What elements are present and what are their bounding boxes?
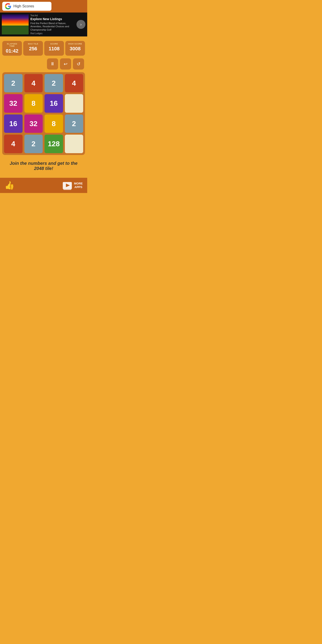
pause-button[interactable]: ⏸ [47,58,58,70]
ad-source: Red Ledges [30,32,75,35]
ad-arrow-button[interactable]: › [76,20,86,29]
tile: 128 [44,134,63,153]
tile: 8 [24,94,43,113]
tile: 16 [4,114,22,133]
game-board: 24243281616328242128 [2,72,85,155]
more-apps-label: MORE APPS [74,182,83,189]
undo-button[interactable]: ↩ [60,58,71,70]
elapsed-time-box: ELAPSED TIME 01:42 [2,41,22,56]
thumbs-up-icon[interactable]: 👍 [4,181,14,190]
svg-rect-2 [63,189,71,190]
tile: 32 [24,114,43,133]
tile: 4 [65,74,84,92]
tile: 4 [4,134,22,153]
high-score-value: 3008 [68,46,83,52]
score-box: SCORE 1108 [44,41,64,56]
controls-row: ⏸ ↩ ↺ [2,58,85,70]
tile: 2 [65,114,84,133]
header: High Scores [0,0,87,12]
high-score-label: HIGH SCORE [68,43,83,45]
ad-content: Test Ad Explore New Listings Find the Pe… [30,14,75,35]
header-title: High Scores [14,4,34,8]
tile: 4 [24,74,43,92]
tile [65,94,84,113]
elapsed-time-label: ELAPSED TIME [4,43,20,47]
score-value: 1108 [46,46,62,52]
more-apps-icon [62,180,72,190]
restart-button[interactable]: ↺ [73,58,84,70]
search-bar[interactable]: High Scores [2,2,52,11]
ad-image [2,14,28,34]
tile: 2 [24,134,43,153]
tile: 2 [44,74,63,92]
ad-banner: Test Ad Explore New Listings Find the Pe… [0,12,87,36]
google-logo-icon [5,3,11,10]
score-label: SCORE [46,43,62,45]
ad-label: Test Ad [30,14,75,17]
tagline: Join the numbers and get to the 2048 til… [2,158,85,176]
tile: 8 [44,114,63,133]
tile: 16 [44,94,63,113]
max-tile-label: MAX TILE [26,43,41,45]
elapsed-time-value: 01:42 [4,48,20,54]
tile: 32 [4,94,22,113]
tile [65,134,84,153]
ad-description: Find the Perfect Blend of Nature, Amenit… [30,22,75,31]
stats-row: ELAPSED TIME 01:42 MAX TILE 256 SCORE 11… [2,41,85,56]
high-score-box: HIGH SCORE 3008 [65,41,85,56]
game-area: ELAPSED TIME 01:42 MAX TILE 256 SCORE 11… [0,36,87,178]
footer: 👍 MORE APPS [0,178,87,193]
tile: 2 [4,74,22,92]
more-apps-button[interactable]: MORE APPS [62,180,83,190]
max-tile-box: MAX TILE 256 [23,41,43,56]
ad-title: Explore New Listings [30,17,75,21]
max-tile-value: 256 [26,46,41,52]
